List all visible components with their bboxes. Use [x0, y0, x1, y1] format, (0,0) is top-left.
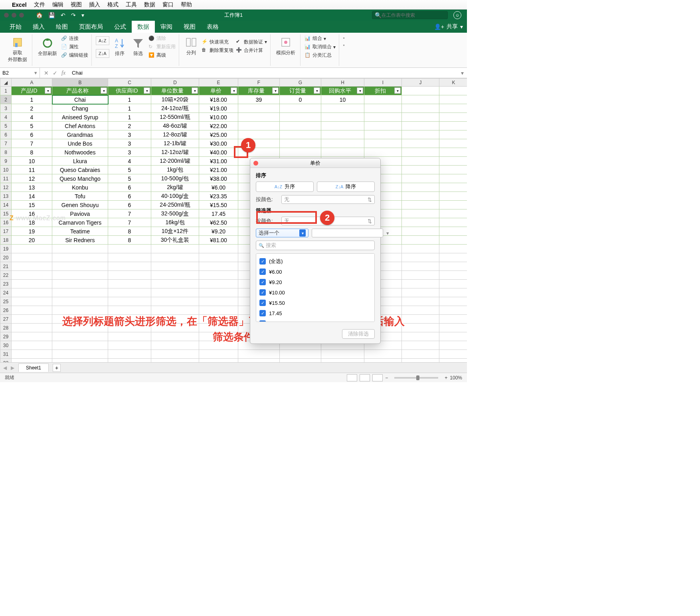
cell[interactable]: Queso Manchgo [52, 174, 108, 183]
search-input[interactable] [382, 12, 445, 18]
cell[interactable]: 1 [108, 113, 151, 122]
cell[interactable]: 6 [108, 192, 151, 201]
cell[interactable]: 12-12oz/罐 [151, 148, 199, 157]
expand-formula-icon[interactable]: ▾ [458, 70, 467, 76]
col-G[interactable]: G [280, 79, 321, 87]
cell[interactable] [439, 148, 467, 157]
cell[interactable] [439, 297, 467, 306]
cell[interactable]: 14 [12, 192, 52, 201]
cell[interactable] [280, 104, 321, 113]
cell[interactable] [439, 157, 467, 166]
menu-format[interactable]: 格式 [107, 1, 119, 8]
cell[interactable] [402, 359, 439, 363]
zoom-in-button[interactable]: + [445, 375, 447, 381]
cell[interactable]: 30个礼盒装 [151, 236, 199, 245]
filter-checkbox-item[interactable]: ✓¥10.00 [259, 287, 371, 298]
cell[interactable] [108, 288, 151, 297]
filter-dropdown-icon[interactable] [101, 87, 107, 94]
whatif-button[interactable]: 模拟分析 [275, 35, 297, 57]
cell[interactable] [12, 262, 52, 271]
cell[interactable]: 17.45 [199, 209, 238, 218]
menu-data[interactable]: 数据 [144, 1, 155, 8]
cell[interactable] [402, 245, 439, 253]
cell[interactable] [439, 139, 467, 148]
cell[interactable] [108, 253, 151, 262]
filter-checkbox-item[interactable]: ✓¥15.50 [259, 298, 371, 308]
tab-draw[interactable]: 绘图 [50, 21, 73, 33]
cell[interactable] [364, 350, 402, 359]
cell[interactable] [402, 209, 439, 218]
cell[interactable]: Unde Bos [52, 139, 108, 148]
zoom-level[interactable]: 100% [450, 375, 462, 381]
cell[interactable]: 8 [108, 227, 151, 236]
cell[interactable] [402, 183, 439, 192]
cell[interactable]: Konbu [52, 183, 108, 192]
cell[interactable]: ¥22.00 [199, 122, 238, 130]
row-18[interactable]: 18 [0, 236, 12, 245]
cell[interactable]: Sir Redners [52, 236, 108, 245]
cell[interactable]: 12-200ml/罐 [151, 157, 199, 166]
cell[interactable] [199, 288, 238, 297]
filter-checkbox-item[interactable]: ✓(全选) [259, 256, 371, 267]
save-icon[interactable]: 💾 [48, 12, 55, 18]
collapse-icon[interactable]: ▫ [343, 42, 345, 48]
row-7[interactable]: 7 [0, 139, 12, 148]
flash-fill-button[interactable]: ⚡快速填充 [202, 39, 233, 45]
filter-checkbox-item[interactable]: ✓17.45 [259, 308, 371, 318]
cell[interactable]: 12-1lb/罐 [151, 139, 199, 148]
sort-desc-button[interactable]: Z↓A降序 [317, 182, 375, 192]
cell[interactable] [364, 130, 402, 139]
cell[interactable] [52, 350, 108, 359]
cell[interactable] [238, 350, 280, 359]
filter-search-input[interactable]: 搜索 [256, 241, 375, 250]
cell[interactable] [238, 113, 280, 122]
cell[interactable] [321, 113, 364, 122]
cell[interactable] [439, 288, 467, 297]
cell[interactable] [439, 359, 467, 363]
redo-icon[interactable]: ↷ [71, 12, 76, 18]
cell[interactable]: ¥62.50 [199, 218, 238, 227]
cell[interactable] [12, 297, 52, 306]
cell[interactable] [439, 130, 467, 139]
cell[interactable] [439, 227, 467, 236]
row-25[interactable]: 25 [0, 297, 12, 306]
cell[interactable]: ¥10.00 [199, 113, 238, 122]
menu-file[interactable]: 文件 [34, 1, 45, 8]
more-icon[interactable]: ▾ [81, 12, 84, 18]
cell[interactable]: ¥9.20 [199, 227, 238, 236]
cell[interactable] [238, 359, 280, 363]
cell[interactable] [108, 262, 151, 271]
col-C[interactable]: C [108, 79, 151, 87]
filter-dropdown-icon[interactable] [394, 87, 401, 94]
cell[interactable] [321, 130, 364, 139]
row-23[interactable]: 23 [0, 280, 12, 288]
cell[interactable]: Chef Antons [52, 122, 108, 130]
cell[interactable] [321, 359, 364, 363]
choose-one-select[interactable]: 选择一个▾ [256, 229, 308, 237]
app-name[interactable]: Excel [12, 2, 27, 8]
cell[interactable]: 3 [108, 130, 151, 139]
cell[interactable] [364, 122, 402, 130]
home-icon[interactable]: 🏠 [36, 12, 43, 18]
cell[interactable] [402, 297, 439, 306]
cell[interactable] [151, 350, 199, 359]
row-11[interactable]: 11 [0, 174, 12, 183]
cell[interactable] [402, 288, 439, 297]
page-layout-view-button[interactable] [360, 374, 370, 381]
cell[interactable] [199, 297, 238, 306]
cell[interactable] [199, 245, 238, 253]
cell[interactable] [364, 359, 402, 363]
cell[interactable] [439, 104, 467, 113]
cell[interactable] [439, 174, 467, 183]
cell[interactable] [199, 359, 238, 363]
dropdown-icon[interactable]: ▾ [386, 230, 389, 236]
cell[interactable]: Nothwoodes [52, 148, 108, 157]
cell[interactable]: 12 [12, 174, 52, 183]
cell[interactable]: 7 [108, 218, 151, 227]
edit-links-button[interactable]: 🔗编辑链接 [61, 52, 88, 59]
cell[interactable] [12, 288, 52, 297]
row-3[interactable]: 3 [0, 104, 12, 113]
cell[interactable] [439, 271, 467, 280]
feedback-icon[interactable]: ☺ [453, 11, 461, 19]
cell[interactable] [402, 95, 439, 104]
